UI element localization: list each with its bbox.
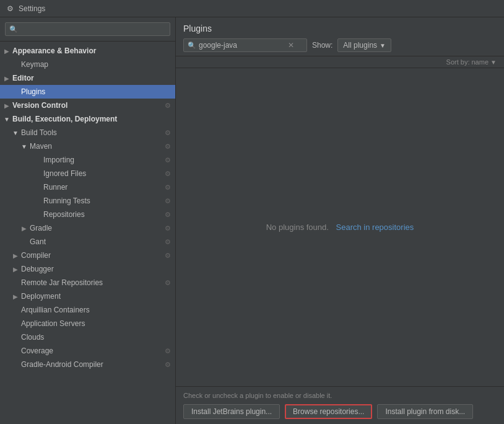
gear-icon-remote-jar: ⚙ [163,278,173,288]
gear-icon-repos: ⚙ [163,210,173,219]
sidebar-item-plugins[interactable]: Plugins [0,85,175,99]
title-bar: ⚙ Settings [0,0,504,17]
install-jetbrains-button[interactable]: Install JetBrains plugin... [183,404,280,419]
arrow-maven: ▼ [20,143,28,150]
sidebar-item-gant[interactable]: Gant ⚙ [0,235,175,249]
gear-icon-runner: ⚙ [163,182,173,192]
sidebar-item-label-build-tools: Build Tools [20,128,163,137]
sidebar-item-label-plugins: Plugins [20,87,175,96]
no-plugins-message: No plugins found. Search in repositories [266,223,414,232]
panel-footer: Check or uncheck a plugin to enable or d… [176,386,504,424]
sidebar-item-label-build-exec: Build, Execution, Deployment [11,115,175,123]
sidebar-tree: ▶ Appearance & Behavior Keymap ▶ Editor … [0,42,175,424]
sidebar-item-label-arquillian: Arquillian Containers [20,306,175,314]
sidebar-item-clouds[interactable]: Clouds [0,330,175,344]
footer-buttons: Install JetBrains plugin... Browse repos… [183,404,497,419]
search-in-repositories-link[interactable]: Search in repositories [336,223,414,232]
sidebar-item-label-ignored: Ignored Files [42,169,163,178]
window-title: Settings [19,4,45,13]
no-plugins-text: No plugins found. [266,223,329,232]
sidebar-item-label-compiler: Compiler [20,251,163,260]
gear-icon-coverage: ⚙ [163,346,173,356]
right-panel: Plugins 🔍 ✕ Show: All plugins ▼ Sort by:… [176,17,504,424]
sidebar-item-build-tools[interactable]: ▼ Build Tools ⚙ [0,126,175,139]
sidebar-item-label-vc: Version Control [11,101,163,110]
sidebar-item-repositories[interactable]: Repositories ⚙ [0,208,175,221]
chevron-down-icon: ▼ [380,42,386,49]
sidebar-item-remote-jar[interactable]: Remote Jar Repositories ⚙ [0,276,175,289]
sidebar-item-coverage[interactable]: Coverage ⚙ [0,344,175,358]
gear-icon-build-tools: ⚙ [163,128,173,138]
sidebar-item-label-debugger: Debugger [20,265,175,273]
sidebar-item-ignored-files[interactable]: Ignored Files ⚙ [0,167,175,180]
sidebar-item-deployment[interactable]: ▶ Deployment [0,289,175,303]
install-from-disk-button[interactable]: Install plugin from disk... [377,404,473,419]
sidebar-item-runner[interactable]: Runner ⚙ [0,180,175,194]
gear-icon-maven: ⚙ [163,141,173,151]
sidebar-item-gradle[interactable]: ▶ Gradle ⚙ [0,221,175,235]
sidebar-item-running-tests[interactable]: Running Tests ⚙ [0,194,175,208]
sidebar-item-gradle-android[interactable]: Gradle-Android Compiler ⚙ [0,358,175,371]
sidebar-item-label-gradle: Gradle [28,224,163,232]
sidebar-item-label-clouds: Clouds [20,333,175,342]
plugins-toolbar: 🔍 ✕ Show: All plugins ▼ [183,38,497,52]
browse-repositories-button[interactable]: Browse repositories... [285,404,372,419]
sidebar-item-label-importing: Importing [42,156,163,164]
sidebar-item-appearance[interactable]: ▶ Appearance & Behavior [0,44,175,58]
sort-arrow-icon: ▼ [490,59,497,66]
plugins-search-icon: 🔍 [188,42,196,50]
sidebar-item-version-control[interactable]: ▶ Version Control ⚙ [0,99,175,112]
sidebar-item-label-gradle-android: Gradle-Android Compiler [20,360,163,369]
sidebar-item-build-exec[interactable]: ▼ Build, Execution, Deployment [0,112,175,126]
sidebar-item-label-remote-jar: Remote Jar Repositories [20,278,163,287]
gear-icon-compiler: ⚙ [163,250,173,260]
settings-icon: ⚙ [5,4,15,14]
sort-by-name[interactable]: Sort by: name [446,58,489,66]
sidebar-item-maven[interactable]: ▼ Maven ⚙ [0,139,175,153]
sidebar-item-arquillian[interactable]: Arquillian Containers [0,303,175,317]
plugins-search-bar[interactable]: 🔍 ✕ [183,38,307,52]
sidebar-item-compiler[interactable]: ▶ Compiler ⚙ [0,249,175,262]
sidebar-search-wrapper[interactable]: 🔍 [5,22,170,36]
arrow-appearance: ▶ [2,48,11,55]
show-dropdown[interactable]: All plugins ▼ [337,38,391,52]
arrow-gradle: ▶ [20,225,28,232]
sidebar-item-label-running-tests: Running Tests [42,197,163,205]
arrow-editor: ▶ [2,75,11,82]
gear-icon-gradle: ⚙ [163,223,173,233]
sidebar-item-label-runner: Runner [42,183,163,192]
gear-icon-vc: ⚙ [163,100,173,110]
panel-title: Plugins [183,24,497,33]
sidebar-item-debugger[interactable]: ▶ Debugger [0,262,175,276]
sidebar-item-label-keymap: Keymap [20,60,175,69]
sidebar-item-label-gant: Gant [28,237,163,246]
sidebar-item-importing[interactable]: Importing ⚙ [0,153,175,167]
clear-search-button[interactable]: ✕ [288,42,294,49]
sidebar-item-label-deployment: Deployment [20,292,175,301]
sidebar: 🔍 ▶ Appearance & Behavior Keymap ▶ Ed [0,17,176,424]
arrow-deployment: ▶ [11,293,20,300]
arrow-build-exec: ▼ [2,116,11,123]
show-label: Show: [312,41,332,50]
sort-bar: Sort by: name ▼ [176,56,504,68]
show-value: All plugins [343,41,377,50]
sidebar-item-editor[interactable]: ▶ Editor [0,71,175,85]
sidebar-item-app-servers[interactable]: Application Servers [0,317,175,330]
panel-header: Plugins 🔍 ✕ Show: All plugins ▼ [176,17,504,56]
sidebar-search-container: 🔍 [0,17,175,42]
sidebar-item-label-editor: Editor [11,74,175,82]
sidebar-item-label-coverage: Coverage [20,347,163,355]
sidebar-search-input[interactable] [20,25,166,33]
main-container: 🔍 ▶ Appearance & Behavior Keymap ▶ Ed [0,17,504,424]
sidebar-search-icon: 🔍 [9,25,18,33]
arrow-build-tools: ▼ [11,130,20,136]
arrow-debugger: ▶ [11,266,20,273]
gear-icon-ignored: ⚙ [163,169,173,179]
gear-icon-importing: ⚙ [163,155,173,165]
footer-hint: Check or uncheck a plugin to enable or d… [183,392,497,399]
sidebar-item-keymap[interactable]: Keymap [0,58,175,71]
sidebar-item-label-appearance: Appearance & Behavior [11,46,175,55]
gear-icon-gradle-android: ⚙ [163,360,173,369]
sidebar-item-label-repos: Repositories [42,210,163,219]
plugins-search-input[interactable] [199,41,285,50]
